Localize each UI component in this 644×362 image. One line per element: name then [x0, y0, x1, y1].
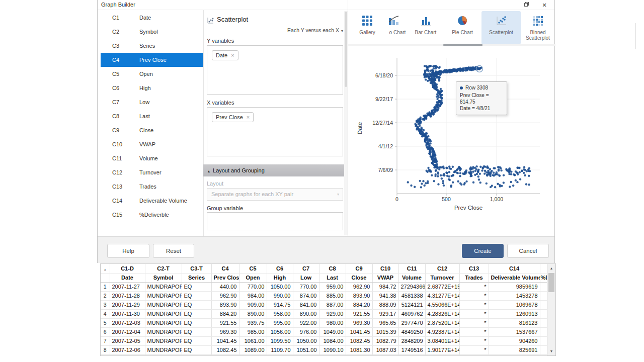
cell[interactable]: MUNDRAPORT: [145, 336, 182, 345]
cell[interactable]: 4849250: [398, 327, 425, 336]
gallery-scrollbar-thumb[interactable]: [443, 44, 482, 46]
titlebar[interactable]: Graph Builder ✕: [98, 0, 554, 10]
cell[interactable]: [540, 309, 547, 318]
cell[interactable]: 914.75: [267, 300, 293, 309]
cell[interactable]: 770.00: [293, 282, 319, 291]
cell[interactable]: 4.55066E+14: [425, 300, 459, 309]
cell[interactable]: 1.90177E+14: [425, 345, 459, 354]
cell[interactable]: 1050.00: [267, 282, 293, 291]
cell[interactable]: 941.38: [372, 291, 398, 300]
cell[interactable]: [540, 291, 547, 300]
cell[interactable]: 884.20: [211, 309, 239, 318]
cell[interactable]: 984.00: [239, 291, 267, 300]
cell[interactable]: MUNDRAPORT: [145, 300, 182, 309]
cell[interactable]: 959.00: [319, 282, 346, 291]
cell[interactable]: 2007-11-27: [110, 282, 145, 291]
cell[interactable]: [540, 345, 547, 354]
variable-chip-date[interactable]: Date×: [212, 50, 238, 60]
cell[interactable]: 4.28326E+14: [425, 309, 459, 318]
cancel-button[interactable]: Cancel: [507, 244, 549, 258]
cell[interactable]: 4609762: [398, 309, 425, 318]
cell[interactable]: 888.09: [372, 300, 398, 309]
cell[interactable]: [540, 300, 547, 309]
column-header-name[interactable]: High: [267, 273, 293, 282]
column-header-id[interactable]: C5: [239, 264, 267, 273]
cell[interactable]: EQ: [182, 282, 211, 291]
remove-chip-icon[interactable]: ×: [247, 114, 250, 120]
cell[interactable]: 890.00: [239, 309, 267, 318]
column-header-name[interactable]: Volume: [398, 273, 425, 282]
cell[interactable]: 1260913: [489, 309, 540, 318]
column-item-c14[interactable]: C14Deliverable Volume: [101, 194, 203, 208]
cell[interactable]: 1099.50: [267, 336, 293, 345]
cell[interactable]: 893.90: [211, 300, 239, 309]
cell[interactable]: 4.31277E+14: [425, 291, 459, 300]
column-header-id[interactable]: ▴: [101, 264, 110, 273]
cell[interactable]: 976.00: [293, 327, 319, 336]
cell[interactable]: 5124121: [398, 300, 425, 309]
column-item-c13[interactable]: C13Trades: [101, 179, 203, 194]
column-header-id[interactable]: C9: [346, 264, 372, 273]
cell[interactable]: 1081.30: [346, 345, 372, 354]
x-variables-dropzone[interactable]: Prev Close×: [207, 107, 343, 156]
cell[interactable]: 1109.70: [267, 345, 293, 354]
table-scrollbar-thumb[interactable]: [548, 273, 554, 292]
cell[interactable]: 969.30: [346, 318, 372, 327]
column-header-name[interactable]: Open: [239, 273, 267, 282]
cell[interactable]: 825691: [489, 345, 540, 354]
cell[interactable]: 2007-11-29: [110, 300, 145, 309]
column-header-id[interactable]: C8: [319, 264, 346, 273]
cell[interactable]: 1087.03: [372, 345, 398, 354]
cell[interactable]: 2007-12-04: [110, 327, 145, 336]
gallery-item-bar-chart[interactable]: Bar Chart: [408, 11, 443, 44]
cell[interactable]: 1049.00: [319, 327, 346, 336]
cell[interactable]: 2007-12-05: [110, 336, 145, 345]
cell[interactable]: 904260: [489, 336, 540, 345]
restore-icon[interactable]: [518, 0, 534, 10]
cell[interactable]: 939.75: [239, 318, 267, 327]
column-item-c8[interactable]: C8Last: [101, 109, 203, 123]
gallery-item-scatterplot[interactable]: Scatterplot: [481, 11, 521, 44]
gallery-item-binned-scatterplot[interactable]: Binned Scatterplot: [522, 11, 554, 44]
cell[interactable]: 984.72: [372, 282, 398, 291]
column-header-name[interactable]: Symbol: [145, 273, 182, 282]
column-header-id[interactable]: C10: [372, 264, 398, 273]
cell[interactable]: 962.90: [211, 291, 239, 300]
column-header-id[interactable]: C12: [425, 264, 459, 273]
cell[interactable]: 962.90: [346, 282, 372, 291]
close-icon[interactable]: ✕: [536, 0, 552, 10]
cell[interactable]: EQ: [182, 336, 211, 345]
row-number[interactable]: 3: [101, 300, 110, 309]
column-header-name[interactable]: Close: [346, 273, 372, 282]
cell[interactable]: 887.00: [319, 300, 346, 309]
cell[interactable]: MUNDRAPORT: [145, 282, 182, 291]
cell[interactable]: 885.00: [319, 291, 346, 300]
cell[interactable]: 1082.45: [211, 345, 239, 354]
group-variable-dropzone[interactable]: [207, 212, 343, 230]
cell[interactable]: 1051.00: [293, 345, 319, 354]
column-header-name[interactable]: Turnover: [425, 273, 459, 282]
cell[interactable]: 1089.00: [239, 345, 267, 354]
cell[interactable]: EQ: [182, 309, 211, 318]
cell[interactable]: EQ: [182, 300, 211, 309]
column-header-name[interactable]: Last: [319, 273, 346, 282]
column-header-id[interactable]: [540, 264, 547, 273]
column-header-name[interactable]: %D: [540, 273, 547, 282]
cell[interactable]: 1453278: [489, 291, 540, 300]
cell[interactable]: 1537667: [489, 327, 540, 336]
cell[interactable]: 9859619: [489, 282, 540, 291]
cell[interactable]: [540, 327, 547, 336]
cell[interactable]: 929.00: [319, 309, 346, 318]
column-item-c3[interactable]: C3Series: [101, 39, 203, 53]
cell[interactable]: 3.08401E+14: [425, 336, 459, 345]
cell[interactable]: 909.00: [239, 300, 267, 309]
row-number[interactable]: 7: [101, 336, 110, 345]
column-item-c15[interactable]: C15%Deliverble: [101, 208, 203, 222]
table-scrollbar[interactable]: ▲ ▼: [547, 264, 555, 355]
scrollbar-thumb[interactable]: [345, 12, 347, 87]
gallery-scrollbar[interactable]: [348, 44, 555, 46]
cell[interactable]: 890.00: [293, 309, 319, 318]
variable-chip-prev-close[interactable]: Prev Close×: [212, 112, 254, 122]
layout-grouping-header[interactable]: ▴Layout and Grouping: [203, 164, 348, 176]
row-number[interactable]: 4: [101, 309, 110, 318]
